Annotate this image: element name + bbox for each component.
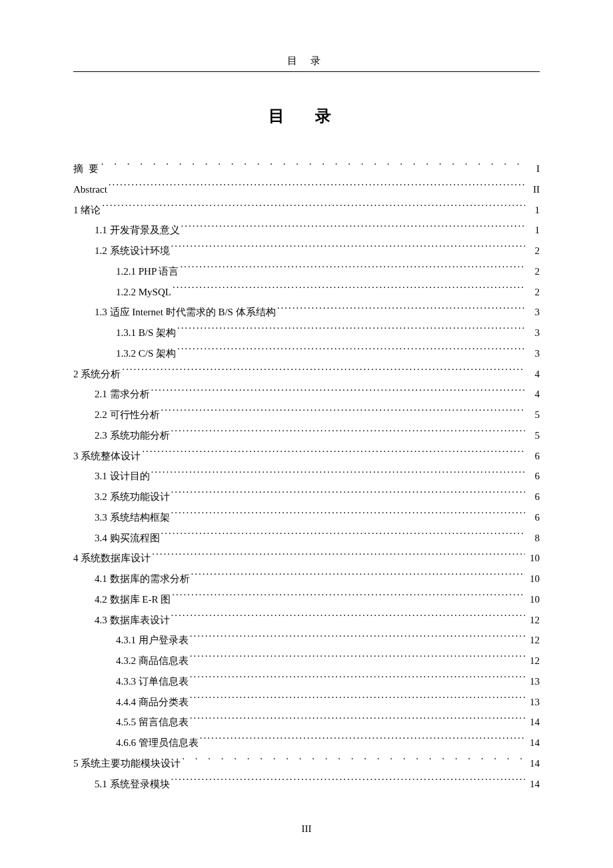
toc-entry-page: 12 xyxy=(526,651,540,671)
toc-entry-label: 1.2 系统设计环境 xyxy=(95,241,170,261)
toc-title: 目 录 xyxy=(73,105,540,127)
toc-leader-dots xyxy=(173,285,525,295)
toc-entry: 2.3 系统功能分析5 xyxy=(73,425,540,446)
toc-leader-dots xyxy=(122,367,525,377)
table-of-contents: 摘 要IAbstractII1 绪论11.1 开发背景及意义11.2 系统设计环… xyxy=(73,159,540,794)
toc-entry-label: 摘 要 xyxy=(73,159,100,179)
toc-entry-label: 3.2 系统功能设计 xyxy=(95,487,170,507)
toc-entry: 1.3.1 B/S 架构3 xyxy=(73,323,540,343)
toc-entry-label: 4.6.6 管理员信息表 xyxy=(116,733,199,753)
toc-entry: 4 系统数据库设计10 xyxy=(73,548,540,569)
toc-leader-dots xyxy=(171,777,526,787)
toc-entry-page: 5 xyxy=(526,425,540,446)
toc-entry: 2.1 需求分析4 xyxy=(73,384,540,405)
toc-leader-dots xyxy=(171,511,526,521)
toc-entry-label: 5.1 系统登录模块 xyxy=(95,774,170,795)
toc-leader-dots xyxy=(177,326,525,336)
toc-leader-dots xyxy=(180,265,525,275)
toc-entry-page: 14 xyxy=(526,753,540,774)
toc-leader-dots xyxy=(171,429,526,439)
toc-entry: 1 绪论1 xyxy=(73,200,540,221)
toc-leader-dots xyxy=(190,633,525,643)
toc-entry: 摘 要I xyxy=(73,159,540,179)
toc-leader-dots xyxy=(102,203,525,213)
toc-entry-label: 1.3.1 B/S 架构 xyxy=(116,323,176,343)
toc-entry-label: 4.3 数据库表设计 xyxy=(95,610,170,631)
toc-entry-page: 14 xyxy=(526,733,540,753)
toc-entry-label: 3.4 购买流程图 xyxy=(95,528,160,549)
toc-entry-page: I xyxy=(526,159,540,179)
toc-entry: 2.2 可行性分析5 xyxy=(73,405,540,425)
toc-entry-label: Abstract xyxy=(73,179,107,200)
toc-leader-dots xyxy=(181,223,526,233)
toc-leader-dots xyxy=(182,757,525,767)
toc-entry: 3.3 系统结构框架6 xyxy=(73,507,540,528)
toc-entry: 2 系统分析4 xyxy=(73,364,540,385)
toc-entry: 4.6.6 管理员信息表14 xyxy=(73,733,540,753)
toc-leader-dots xyxy=(171,244,526,254)
toc-entry-label: 1.1 开发背景及意义 xyxy=(95,220,180,241)
toc-entry-page: 3 xyxy=(526,323,540,343)
toc-entry: 1.1 开发背景及意义1 xyxy=(73,220,540,241)
toc-entry-page: 1 xyxy=(526,200,540,221)
toc-entry-label: 4.4.4 商品分类表 xyxy=(116,692,189,713)
toc-entry-page: 10 xyxy=(526,548,540,569)
toc-entry-label: 4.3.1 用户登录表 xyxy=(116,630,189,651)
toc-entry-page: 2 xyxy=(526,261,540,282)
toc-entry: 4.5.5 留言信息表14 xyxy=(73,712,540,733)
toc-leader-dots xyxy=(152,551,525,561)
toc-entry-page: 6 xyxy=(526,446,540,467)
toc-leader-dots xyxy=(161,408,526,418)
toc-entry-page: 3 xyxy=(526,343,540,364)
toc-entry: 1.2.2 MySQL2 xyxy=(73,282,540,303)
toc-entry-page: 12 xyxy=(526,610,540,631)
toc-entry-page: 1 xyxy=(526,220,540,241)
toc-leader-dots xyxy=(142,449,525,459)
toc-entry-label: 4.3.2 商品信息表 xyxy=(116,651,189,671)
toc-leader-dots xyxy=(171,490,526,500)
toc-entry-page: 13 xyxy=(526,671,540,692)
toc-entry: 4.3 数据库表设计12 xyxy=(73,610,540,631)
toc-entry-page: II xyxy=(526,179,540,200)
page-number-footer: III xyxy=(0,823,613,835)
toc-entry-label: 4.5.5 留言信息表 xyxy=(116,712,189,733)
toc-entry-label: 1.3.2 C/S 架构 xyxy=(116,343,176,364)
toc-entry: 5 系统主要功能模块设计14 xyxy=(73,753,540,774)
toc-entry-page: 10 xyxy=(526,569,540,589)
toc-entry-label: 1 绪论 xyxy=(73,200,101,221)
toc-entry: 4.3.2 商品信息表12 xyxy=(73,651,540,671)
toc-entry: AbstractII xyxy=(73,179,540,200)
toc-entry-page: 4 xyxy=(526,364,540,385)
toc-entry: 1.3 适应 Internet 时代需求的 B/S 体系结构3 xyxy=(73,302,540,323)
toc-entry-label: 4.1 数据库的需求分析 xyxy=(95,569,190,589)
toc-leader-dots xyxy=(190,695,525,705)
toc-entry-page: 3 xyxy=(526,302,540,323)
toc-entry-label: 2.1 需求分析 xyxy=(95,384,150,405)
toc-entry-label: 4 系统数据库设计 xyxy=(73,548,151,569)
toc-entry-page: 13 xyxy=(526,692,540,713)
toc-entry-label: 2.3 系统功能分析 xyxy=(95,425,170,446)
toc-entry-label: 3.3 系统结构框架 xyxy=(95,507,170,528)
toc-entry: 4.3.1 用户登录表12 xyxy=(73,630,540,651)
toc-entry-page: 2 xyxy=(526,241,540,261)
toc-entry: 1.2.1 PHP 语言2 xyxy=(73,261,540,282)
toc-leader-dots xyxy=(277,305,525,315)
toc-entry-page: 12 xyxy=(526,630,540,651)
toc-leader-dots xyxy=(191,572,526,582)
toc-entry-label: 3 系统整体设计 xyxy=(73,446,141,467)
toc-leader-dots xyxy=(190,675,525,685)
toc-entry-label: 1.3 适应 Internet 时代需求的 B/S 体系结构 xyxy=(95,302,276,323)
toc-leader-dots xyxy=(109,183,525,193)
toc-leader-dots xyxy=(172,593,525,603)
running-header: 目 录 xyxy=(73,55,540,72)
toc-leader-dots xyxy=(161,531,526,541)
toc-entry: 5.1 系统登录模块14 xyxy=(73,774,540,795)
toc-entry-label: 4.2 数据库 E-R 图 xyxy=(95,589,171,610)
toc-leader-dots xyxy=(171,613,526,623)
document-page: 目 录 目 录 摘 要IAbstractII1 绪论11.1 开发背景及意义11… xyxy=(0,0,613,834)
toc-entry-page: 6 xyxy=(526,507,540,528)
toc-entry: 1.3.2 C/S 架构3 xyxy=(73,343,540,364)
toc-entry-label: 2 系统分析 xyxy=(73,364,121,385)
toc-entry-page: 14 xyxy=(526,774,540,795)
toc-leader-dots xyxy=(200,736,525,746)
